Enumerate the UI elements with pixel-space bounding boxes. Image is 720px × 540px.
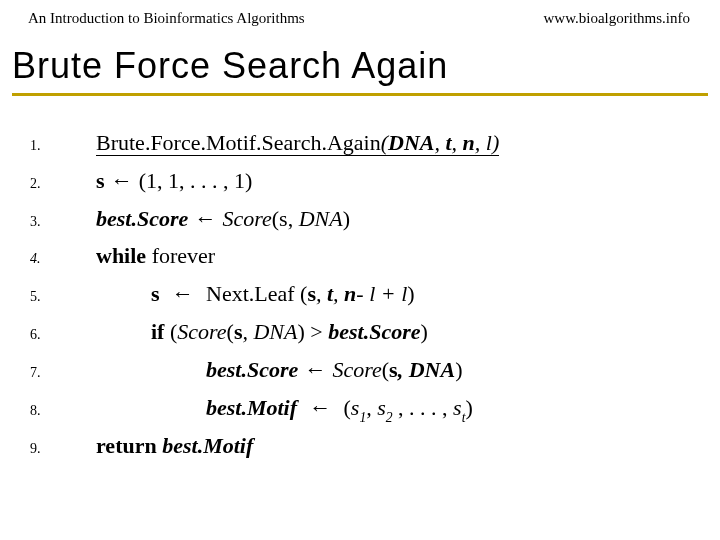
code-text: s ← (1, 1, . . . , 1) (96, 162, 252, 199)
lineno: 3. (30, 207, 96, 238)
lineno: 1. (30, 131, 96, 162)
lineno: 4. (30, 244, 96, 275)
lineno: 2. (30, 169, 96, 200)
lineno: 7. (30, 358, 96, 389)
slide-header: An Introduction to Bioinformatics Algori… (0, 0, 720, 31)
slide-title: Brute Force Search Again (12, 45, 720, 87)
code-line-9: 9. return best.Motif (30, 427, 710, 465)
code-text: Brute.Force.Motif.Search.Again(DNA, t, n… (96, 124, 499, 161)
code-text: best.Score ← Score(s, DNA) (96, 351, 462, 388)
code-line-8: 8. best.Motif ← (s1, s2 , . . . , st) (30, 389, 710, 428)
code-text: while forever (96, 237, 215, 274)
code-line-2: 2. s ← (1, 1, . . . , 1) (30, 162, 710, 200)
code-line-6: 6. if (Score(s, DNA) > best.Score) (30, 313, 710, 351)
slide: An Introduction to Bioinformatics Algori… (0, 0, 720, 540)
code-text: best.Score ← Score(s, DNA) (96, 200, 350, 237)
lineno: 8. (30, 396, 96, 427)
lineno: 6. (30, 320, 96, 351)
code-line-3: 3. best.Score ← Score(s, DNA) (30, 200, 710, 238)
slide-body: 1. Brute.Force.Motif.Search.Again(DNA, t… (0, 96, 720, 465)
header-right: www.bioalgorithms.info (543, 10, 690, 27)
code-text: return best.Motif (96, 427, 253, 464)
lineno: 9. (30, 434, 96, 465)
code-line-7: 7. best.Score ← Score(s, DNA) (30, 351, 710, 389)
lineno: 5. (30, 282, 96, 313)
header-left: An Introduction to Bioinformatics Algori… (28, 10, 305, 27)
code-text: if (Score(s, DNA) > best.Score) (96, 313, 428, 350)
code-text: s ← Next.Leaf (s, t, n- l + l) (96, 275, 415, 312)
code-line-5: 5. s ← Next.Leaf (s, t, n- l + l) (30, 275, 710, 313)
code-line-1: 1. Brute.Force.Motif.Search.Again(DNA, t… (30, 124, 710, 162)
code-line-4: 4. while forever (30, 237, 710, 275)
code-text: best.Motif ← (s1, s2 , . . . , st) (96, 389, 473, 428)
